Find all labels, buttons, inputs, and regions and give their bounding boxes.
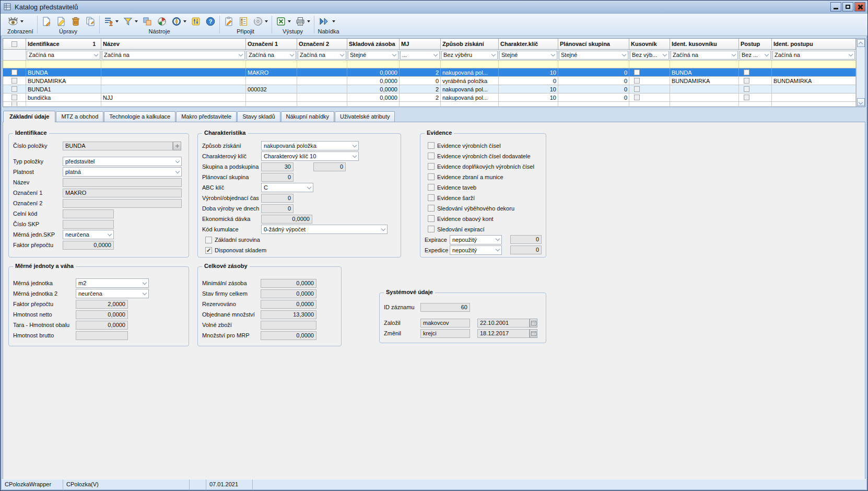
edit-record-button[interactable]	[56, 16, 66, 27]
filter-kusovnik[interactable]: Bez výb...	[630, 51, 669, 60]
quick-search-cell[interactable]	[558, 61, 629, 68]
evidence-checkbox[interactable]	[428, 215, 435, 222]
postup-checkbox[interactable]	[744, 69, 749, 75]
filter-postup[interactable]: Bez ...	[740, 51, 771, 60]
tab-nakupni-nabidky[interactable]: Nákupní nabídky	[281, 111, 335, 122]
evidence-checkbox[interactable]	[428, 194, 435, 201]
disponovat-skladem-checkbox[interactable]	[205, 247, 212, 254]
quick-search-row[interactable]	[3, 61, 856, 68]
close-button[interactable]	[854, 2, 865, 11]
kusovnik-checkbox[interactable]	[634, 78, 640, 84]
tab-mtz-a-obchod[interactable]: MTZ a obchod	[56, 111, 103, 122]
scroll-up-button[interactable]	[857, 39, 865, 47]
quick-search-cell[interactable]	[246, 61, 297, 68]
tab-stavy-skladu[interactable]: Stavy skladů	[237, 111, 280, 122]
scroll-down-button[interactable]	[857, 98, 865, 106]
column-header-skladova-zasoba[interactable]: Skladová zásoba	[347, 39, 400, 49]
row-checkbox[interactable]	[11, 69, 17, 75]
column-header-planovaci-skupina[interactable]: Plánovací skupina	[558, 39, 629, 49]
abc-klic-dropdown[interactable]: C	[261, 183, 313, 192]
lookup-button[interactable]	[173, 142, 181, 150]
quick-search-cell[interactable]	[26, 61, 101, 68]
tab-technologie-a-kalkulace[interactable]: Technologie a kalkulace	[104, 111, 175, 122]
filter-zpusob-ziskani[interactable]: Bez výběru	[441, 51, 498, 60]
quick-search-cell[interactable]	[629, 61, 670, 68]
column-header-identifikace[interactable]: Identifikace 1	[26, 39, 101, 49]
expedice-dropdown[interactable]: nepoužitý	[450, 245, 502, 255]
media-button[interactable]	[253, 16, 268, 27]
column-header-postup[interactable]: Postup	[739, 39, 772, 49]
column-header-charakter-klic[interactable]: Charakter.klíč	[499, 39, 558, 49]
table-row[interactable]: bundička NJJ 0,0000 2 nakupovaná pol... …	[3, 93, 856, 102]
expirace-dropdown[interactable]: nepoužitý	[450, 235, 502, 244]
kusovnik-checkbox[interactable]	[634, 86, 640, 92]
column-header-oznaceni1[interactable]: Označení 1	[246, 39, 297, 49]
column-header-kusovnik[interactable]: Kusovník	[629, 39, 670, 49]
filter-ident-kusovniku[interactable]: Začíná na	[671, 51, 738, 60]
evidence-checkbox[interactable]	[428, 153, 435, 159]
quick-search-cell[interactable]	[347, 61, 400, 68]
filter-mj[interactable]: ...	[400, 51, 440, 60]
tasks-button[interactable]	[238, 16, 249, 27]
calendar-button[interactable]	[530, 329, 537, 338]
quick-search-cell[interactable]	[670, 61, 739, 68]
column-header-ident-kusovniku[interactable]: Ident. kusovníku	[670, 39, 739, 49]
platnost-dropdown[interactable]: platná	[63, 167, 182, 177]
filter-oznaceni1[interactable]: Začíná na	[247, 51, 296, 60]
filter-skladova-zasoba[interactable]: Stejné	[348, 51, 398, 60]
merna-jednotka-dropdown[interactable]: m2	[76, 278, 149, 288]
kusovnik-checkbox[interactable]	[634, 69, 640, 75]
web-button[interactable]	[157, 16, 167, 27]
filter-button[interactable]	[123, 16, 138, 27]
filter-planovaci-skupina[interactable]: Stejné	[559, 51, 628, 60]
postup-checkbox[interactable]	[744, 78, 749, 84]
kusovnik-checkbox[interactable]	[634, 95, 640, 100]
notes-button[interactable]	[224, 16, 234, 27]
postup-checkbox[interactable]	[744, 95, 749, 100]
quick-search-cell[interactable]	[739, 61, 772, 68]
column-header-nazev[interactable]: Název	[101, 39, 246, 49]
table-row[interactable]: BUNDAMIRKA 0,0000 0 vyráběná položka 0 0…	[3, 77, 856, 85]
minimize-button[interactable]	[830, 2, 841, 11]
quick-search-cell[interactable]	[772, 61, 856, 68]
quick-search-cell[interactable]	[297, 61, 347, 68]
settings-button[interactable]	[191, 16, 201, 27]
tab-uzivatelske-atributy[interactable]: Uživatelské atributy	[335, 111, 395, 122]
filter-charakter-klic[interactable]: Stejné	[499, 51, 557, 60]
help-button[interactable]: ?	[205, 16, 216, 27]
quick-search-cell[interactable]	[101, 61, 246, 68]
navigate-button[interactable]	[171, 16, 186, 27]
merna-jedn-skp-dropdown[interactable]: neurčena	[63, 230, 114, 239]
related-windows-button[interactable]	[142, 16, 153, 27]
tab-zakladni-udaje[interactable]: Základní údaje	[3, 111, 55, 122]
typ-polozky-dropdown[interactable]: představitel	[63, 157, 182, 166]
merna-jednotka2-dropdown[interactable]: neurčena	[76, 289, 149, 298]
select-all-checkbox[interactable]	[11, 41, 17, 47]
evidence-checkbox[interactable]	[428, 173, 435, 180]
quick-search-cell[interactable]	[400, 61, 441, 68]
quick-search-cell[interactable]	[499, 61, 558, 68]
column-header-oznaceni2[interactable]: Označení 2	[297, 39, 347, 49]
zpusob-ziskani-dropdown[interactable]: nakupovaná položka	[261, 141, 359, 150]
filter-identifikace[interactable]: Začíná na	[27, 51, 100, 60]
evidence-checkbox[interactable]	[428, 205, 435, 212]
menu-button[interactable]	[318, 16, 335, 27]
views-button[interactable]	[7, 16, 24, 27]
table-row[interactable]: BUNDA MAKRO 0,0000 2 nakupovaná pol... 1…	[3, 68, 856, 77]
evidence-checkbox[interactable]	[428, 163, 435, 170]
row-checkbox[interactable]	[11, 86, 17, 92]
new-record-button[interactable]	[41, 16, 52, 27]
excel-export-button[interactable]	[276, 16, 291, 27]
copy-record-button[interactable]	[85, 16, 96, 27]
column-header-mj[interactable]: MJ	[400, 39, 441, 49]
grid-vertical-scrollbar[interactable]	[856, 39, 865, 107]
evidence-checkbox[interactable]	[428, 142, 435, 149]
calendar-button[interactable]	[530, 319, 537, 328]
evidence-checkbox[interactable]	[428, 184, 435, 191]
tab-makro-predstavitele[interactable]: Makro představitele	[176, 111, 237, 122]
print-button[interactable]	[295, 16, 310, 27]
filter-oznaceni2[interactable]: Začíná na	[298, 51, 346, 60]
evidence-checkbox[interactable]	[428, 226, 435, 232]
zakladni-surovina-checkbox[interactable]	[205, 237, 212, 243]
maximize-button[interactable]	[842, 2, 853, 11]
